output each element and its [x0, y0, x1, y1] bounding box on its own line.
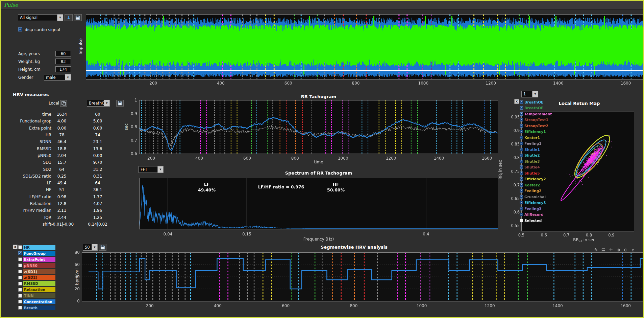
legend-checkbox[interactable]: ✓ — [520, 106, 523, 110]
legend-checkbox[interactable]: ✓ — [18, 257, 22, 261]
legend-checkbox[interactable]: ✓ — [520, 165, 523, 169]
table-row: SDNN 46.4 23.1 — [11, 138, 116, 145]
hrv-row-label: Extra point — [11, 126, 51, 131]
hrv-row-label: LF/HF ratio — [11, 195, 51, 199]
check-icon: ✓ — [520, 142, 523, 145]
legend-checkbox[interactable]: ✓ — [520, 100, 523, 104]
check-icon: ✓ — [520, 201, 523, 204]
legend-checkbox[interactable]: ✓ — [520, 112, 523, 116]
legend-checkbox[interactable]: ✓ — [18, 270, 22, 273]
legend-checkbox[interactable]: ✓ — [520, 219, 523, 222]
hrv-row-label: time — [11, 112, 51, 117]
legend-label: BreathOE — [524, 100, 543, 104]
hrv-local-value: 0.25 — [51, 174, 72, 179]
legend-checkbox[interactable]: ✓ — [18, 300, 22, 303]
legend-checkbox[interactable]: ✓ — [520, 124, 523, 128]
legend-checkbox[interactable]: ✓ — [18, 251, 22, 255]
legend-checkbox[interactable]: ✓ — [520, 160, 523, 163]
session-select[interactable]: BreathOE ▼ — [87, 100, 110, 107]
save-icon — [75, 15, 80, 20]
check-icon: ✓ — [520, 107, 523, 110]
hrv-local-value: 0.00 — [51, 126, 72, 131]
hrv-row-label: LF — [11, 181, 51, 185]
hrv-row-label: HF — [11, 187, 51, 192]
table-row: Extra point 0.00 0.00 — [11, 125, 116, 132]
chevron-down-icon: ▼ — [57, 15, 63, 21]
legend-checkbox[interactable]: ✓ — [520, 154, 523, 157]
tachogram-x-axis-label: time — [139, 160, 499, 164]
hrv-session-value: 60 — [79, 112, 116, 117]
hrv-session-value: 31.2 — [79, 167, 116, 172]
home-icon[interactable]: ⌂ — [630, 246, 637, 253]
hrv-measures-table: time 1634 60 Functional grop 4.00 5.00 E… — [11, 111, 116, 228]
hrv-session-value: 13.6 — [79, 146, 116, 151]
zoom-out-icon[interactable]: ⊖ — [622, 246, 629, 253]
hf-label: HF — [316, 182, 356, 187]
legend-checkbox[interactable]: ✓ — [520, 172, 523, 175]
legend-item: ✓ HR — [18, 244, 55, 250]
segmentwise-title: Segmentwise HRV analysis — [134, 245, 574, 250]
weight-input[interactable]: 83 — [55, 59, 71, 64]
legend-label: StroopTest2 — [524, 124, 548, 128]
legend-checkbox[interactable]: ✓ — [520, 136, 523, 139]
legend-checkbox[interactable]: ✓ — [520, 183, 523, 187]
legend-checkbox[interactable]: ✓ — [520, 207, 523, 210]
table-row: SD2 64 31.2 — [11, 166, 116, 173]
datatip-icon[interactable]: ▤ — [600, 246, 607, 253]
legend-checkbox[interactable]: ✓ — [520, 213, 523, 216]
legend-item: ✓ Feeling2 — [520, 188, 552, 194]
legend-label: Koster2 — [524, 183, 540, 187]
zoom-in-icon[interactable]: ⊕ — [615, 246, 622, 253]
legend-label: Shutle5 — [524, 171, 540, 175]
legend-label: ExtraPoint — [23, 257, 55, 262]
xlabel-text: in sec — [582, 237, 595, 242]
hrv-session-value: 9.70 — [79, 160, 116, 165]
legend-checkbox[interactable]: ✓ — [520, 201, 523, 204]
hrv-session-value: 0.00 — [79, 153, 116, 158]
hrv-row-label: SDNN — [11, 139, 51, 144]
disp-cardio-checkbox[interactable]: ✓ — [18, 27, 22, 31]
hrv-session-value: 0.31 — [79, 174, 116, 179]
legend-checkbox[interactable]: ✓ — [18, 276, 22, 279]
legend-item: ✓ StroopTest2 — [520, 123, 552, 129]
check-icon: ✓ — [520, 172, 523, 175]
age-input[interactable]: 60 — [55, 51, 71, 56]
height-input[interactable]: 174 — [55, 66, 71, 72]
legend-checkbox[interactable]: ✓ — [520, 130, 523, 133]
signal-select[interactable]: All signal ▼ — [18, 14, 63, 21]
legend-checkbox[interactable]: ✓ — [18, 282, 22, 286]
table-row: LF 49.4 64 — [11, 180, 116, 186]
check-icon: ✓ — [520, 183, 523, 186]
load-signal-button[interactable]: ↓ — [65, 14, 73, 21]
hrv-session-value: 4.07 — [79, 201, 116, 206]
legend-checkbox[interactable]: ✓ — [18, 245, 22, 249]
check-icon: ✓ — [520, 148, 523, 151]
legend-checkbox[interactable]: ✓ — [520, 177, 523, 181]
save-signal-button[interactable] — [74, 14, 82, 21]
legend-checkbox[interactable]: ✓ — [520, 189, 523, 192]
legend-checkbox[interactable]: ✓ — [18, 306, 22, 310]
table-row: time 1634 60 — [11, 111, 116, 118]
close-segment-legend-button[interactable]: x — [13, 245, 18, 249]
close-legend-button[interactable]: x — [514, 99, 519, 104]
legend-checkbox[interactable]: ✓ — [18, 288, 22, 292]
legend-checkbox[interactable]: ✓ — [18, 264, 22, 267]
brush-icon[interactable]: ✎ — [593, 246, 599, 253]
gender-select[interactable]: male ▼ — [44, 74, 71, 81]
legend-item: ✓ z(SD2) — [18, 274, 55, 280]
legend-checkbox[interactable]: ✓ — [520, 195, 523, 199]
xlabel-text: RR — [573, 237, 579, 242]
pan-icon[interactable]: ✛ — [608, 246, 614, 253]
legend-checkbox[interactable]: ✓ — [520, 118, 523, 121]
legend-checkbox[interactable]: ✓ — [520, 148, 523, 151]
return-map-index-select[interactable]: 1 ▼ — [521, 91, 538, 97]
legend-checkbox[interactable]: ✓ — [18, 294, 22, 298]
legend-label: StroopTest1 — [524, 118, 548, 122]
hrv-local-value: 64 — [51, 167, 72, 172]
impulse-y-axis-label: Impulse — [78, 38, 83, 54]
copy-local-button[interactable] — [60, 100, 67, 107]
hrv-session-value: 0.14|0.02 — [79, 222, 116, 227]
legend-checkbox[interactable]: ✓ — [520, 142, 523, 145]
legend-item: ✓ RMSSD — [18, 280, 55, 287]
legend-item: ✓ Feeling3 — [520, 206, 552, 212]
